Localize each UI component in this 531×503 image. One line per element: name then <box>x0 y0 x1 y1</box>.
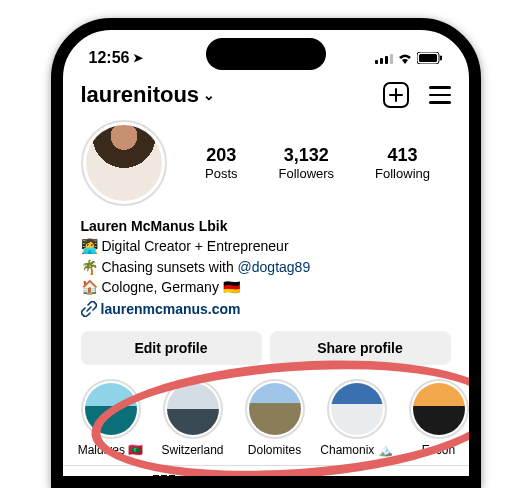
bio-mention-link[interactable]: @dogtag89 <box>238 259 311 275</box>
phone-frame: 12:56 ➤ laurenitous ⌄ 203 <box>51 18 481 488</box>
emoji-palm-icon: 🌴 <box>81 259 98 275</box>
edit-profile-button[interactable]: Edit profile <box>81 331 262 365</box>
profile-header: laurenitous ⌄ <box>63 76 469 116</box>
following-label: Following <box>375 166 430 181</box>
highlight-item-2[interactable]: Dolomites <box>241 379 309 457</box>
svg-rect-1 <box>419 54 437 62</box>
stat-following[interactable]: 413 Following <box>375 145 430 181</box>
svg-rect-3 <box>359 478 376 488</box>
highlight-item-4[interactable]: Escon <box>405 379 469 457</box>
bio-name: Lauren McManus Lbik <box>81 216 451 236</box>
emoji-laptop-icon: 👩‍💻 <box>81 238 98 254</box>
bio-line-1: 👩‍💻 Digital Creator + Entrepreneur <box>81 236 451 256</box>
stat-followers[interactable]: 3,132 Followers <box>278 145 334 181</box>
bio-line-2: 🌴 Chasing sunsets with @dogtag89 <box>81 257 451 277</box>
highlight-label: Maldives 🇲🇻 <box>78 443 144 457</box>
highlight-label: Escon <box>422 443 455 457</box>
status-time: 12:56 <box>89 49 130 67</box>
posts-count: 203 <box>205 145 238 166</box>
avatar[interactable] <box>81 120 167 206</box>
plus-icon <box>389 88 403 102</box>
share-profile-button[interactable]: Share profile <box>270 331 451 365</box>
highlight-label: Dolomites <box>248 443 301 457</box>
notch <box>206 38 326 70</box>
bio-section: Lauren McManus Lbik 👩‍💻 Digital Creator … <box>63 216 469 319</box>
highlight-item-3[interactable]: Chamonix 🏔️ <box>323 379 391 457</box>
highlight-item-0[interactable]: Maldives 🇲🇻 <box>77 379 145 457</box>
tab-tagged[interactable] <box>353 472 381 488</box>
create-button[interactable] <box>383 82 409 108</box>
posts-label: Posts <box>205 166 238 181</box>
highlight-item-1[interactable]: Switzerland <box>159 379 227 457</box>
highlights-row[interactable]: Maldives 🇲🇻 Switzerland Dolomites Chamon… <box>63 373 469 465</box>
following-count: 413 <box>375 145 430 166</box>
bio-line-3: 🏠 Cologne, Germany 🇩🇪 <box>81 277 451 297</box>
emoji-house-icon: 🏠 <box>81 279 98 295</box>
highlight-label: Switzerland <box>161 443 223 457</box>
followers-label: Followers <box>278 166 334 181</box>
username-switcher[interactable]: laurenitous ⌄ <box>81 82 216 108</box>
battery-icon <box>417 52 443 64</box>
chevron-down-icon: ⌄ <box>203 87 215 103</box>
person-tag-icon <box>356 475 378 488</box>
highlight-label: Chamonix 🏔️ <box>320 443 392 457</box>
tab-grid[interactable] <box>150 472 178 488</box>
location-icon: ➤ <box>133 51 143 65</box>
stat-posts[interactable]: 203 Posts <box>205 145 238 181</box>
username-text: laurenitous <box>81 82 200 108</box>
link-icon <box>81 301 97 317</box>
svg-rect-2 <box>440 56 442 61</box>
bio-website-link[interactable]: laurenmcmanus.com <box>81 297 451 319</box>
followers-count: 3,132 <box>278 145 334 166</box>
svg-point-4 <box>364 482 370 488</box>
menu-button[interactable] <box>429 86 451 104</box>
grid-icon <box>153 475 175 488</box>
signal-icon <box>375 52 393 64</box>
wifi-icon <box>397 52 413 64</box>
